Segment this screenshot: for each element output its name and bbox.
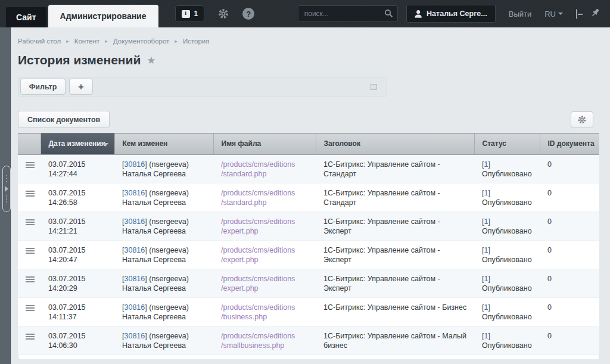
cell-filename: /products/cms/editions /standard.php <box>213 155 316 183</box>
user-menu-button[interactable]: Наталья Серге... <box>406 5 496 23</box>
notification-count: 1 <box>194 10 198 18</box>
chevron-down-icon <box>558 13 563 15</box>
panel-icon <box>576 9 577 19</box>
breadcrumb-item-workflow[interactable]: Документооборот <box>113 38 169 45</box>
file-path-link[interactable]: /smallbusiness.php <box>221 341 311 350</box>
help-icon: ? <box>242 8 254 20</box>
cell-date: 03.07.201514:26:58 <box>41 183 114 212</box>
expand-arrow-icon <box>5 186 8 192</box>
pin-button[interactable] <box>590 8 600 20</box>
cell-doc-id: 0 <box>540 269 599 298</box>
user-id-link[interactable]: 30816 <box>124 275 145 283</box>
row-menu-icon[interactable] <box>26 305 35 312</box>
notifications-button[interactable]: 1 <box>175 5 205 22</box>
cell-status: [1] Опубликовано <box>474 326 540 355</box>
cell-title: 1С-Битрикс: Управление сайтом - Эксперт <box>316 269 474 298</box>
language-selector[interactable]: RU <box>544 10 563 18</box>
user-id-link[interactable]: 30816 <box>124 332 145 340</box>
cell-date: 03.07.201514:11:37 <box>41 298 114 326</box>
breadcrumb-item-desktop[interactable]: Рабочий стол <box>18 38 61 45</box>
file-path-link[interactable]: /standard.php <box>221 198 311 207</box>
user-id-link[interactable]: 30816 <box>124 246 145 254</box>
tab-site-label: Сайт <box>16 13 36 22</box>
cell-modified-by: [30816] (nsergeeva) Наталья Сергеева <box>114 326 213 355</box>
cell-date: 03.07.201514:20:29 <box>41 269 114 298</box>
top-bar: Сайт Администрирование 1 ? Наталья Серге… <box>0 0 610 27</box>
row-menu-icon[interactable] <box>26 162 35 169</box>
search-box <box>298 5 398 22</box>
column-header-date[interactable]: Дата изменения <box>41 133 114 155</box>
tab-admin-label: Администрирование <box>60 11 147 21</box>
column-header-doc-id[interactable]: ID документа <box>540 133 599 155</box>
cell-title: 1С-Битрикс: Управление сайтом - Стандарт <box>316 155 474 183</box>
file-path-link[interactable]: /expert.php <box>221 255 311 265</box>
search-input[interactable] <box>298 5 398 22</box>
file-path-link[interactable]: /products/cms/editions <box>221 331 311 341</box>
cell-doc-id: 0 <box>540 326 599 355</box>
gear-icon <box>217 8 229 20</box>
cell-filename: /products/cms/editions /business.php <box>213 298 316 326</box>
filter-collapse-icon[interactable] <box>371 84 377 90</box>
file-path-link[interactable]: /products/cms/editions <box>221 188 311 198</box>
language-label: RU <box>544 10 556 18</box>
file-path-link[interactable]: /expert.php <box>221 226 311 236</box>
filter-panel: Фильтр + <box>18 77 387 97</box>
column-header-title[interactable]: Заголовок <box>316 133 474 155</box>
sidebar-expand-handle[interactable] <box>2 166 11 212</box>
table-row: 03.07.201514:21:21 [30816] (nsergeeva) Н… <box>18 212 599 241</box>
file-path-link[interactable]: /products/cms/editions <box>221 274 311 284</box>
cell-status: [1] Опубликовано <box>474 269 540 298</box>
view-tab-document-list[interactable]: Список документов <box>18 111 110 128</box>
cell-filename: /products/cms/editions /expert.php <box>213 241 316 269</box>
row-menu-icon[interactable] <box>26 248 35 255</box>
help-button[interactable]: ? <box>242 8 254 20</box>
table-row: 03.07.201514:20:47 [30816] (nsergeeva) Н… <box>18 241 599 269</box>
column-header-filename[interactable]: Имя файла <box>213 133 316 155</box>
file-path-link[interactable]: /products/cms/editions <box>221 217 311 226</box>
user-id-link[interactable]: 30816 <box>124 217 145 226</box>
cell-modified-by: [30816] (nsergeeva) Наталья Сергеева <box>114 212 213 241</box>
main-content: Рабочий стол ▸ Контент ▸ Документооборот… <box>11 27 610 359</box>
filter-button[interactable]: Фильтр <box>20 79 66 95</box>
user-id-link[interactable]: 30816 <box>124 160 145 169</box>
favorite-star-icon[interactable]: ★ <box>147 54 155 67</box>
page-title: История изменений <box>18 53 141 67</box>
cell-modified-by: [30816] (nsergeeva) Наталья Сергеева <box>114 183 213 212</box>
settings-gear-button[interactable] <box>217 8 229 20</box>
file-path-link[interactable]: /standard.php <box>221 169 311 179</box>
grid-settings-button[interactable] <box>571 111 593 128</box>
add-filter-button[interactable]: + <box>69 79 93 95</box>
breadcrumb-item-history[interactable]: История <box>183 38 210 45</box>
file-path-link[interactable]: /expert.php <box>221 284 311 293</box>
cell-title: 1С-Битрикс: Управление сайтом - Стандарт <box>316 183 474 212</box>
user-icon <box>415 10 422 18</box>
column-header-modified-by[interactable]: Кем изменен <box>114 133 213 155</box>
file-path-link[interactable]: /business.php <box>221 312 311 322</box>
cell-filename: /products/cms/editions /expert.php <box>213 269 316 298</box>
user-id-link[interactable]: 30816 <box>124 189 145 197</box>
tab-site[interactable]: Сайт <box>6 7 46 27</box>
collapsed-sidebar-rail <box>0 27 11 364</box>
cell-status: [1] Опубликовано <box>474 183 540 212</box>
breadcrumb-item-content[interactable]: Контент <box>74 38 100 45</box>
grid-toolbar: Список документов <box>18 111 599 128</box>
panel-settings-button[interactable] <box>576 10 577 18</box>
logout-link[interactable]: Выйти <box>509 10 532 18</box>
file-path-link[interactable]: /products/cms/editions <box>221 245 311 255</box>
column-header-status[interactable]: Статус <box>474 133 540 155</box>
cell-filename: /products/cms/editions /expert.php <box>213 212 316 241</box>
cell-title: 1С-Битрикс: Управление сайтом - Малый би… <box>316 326 474 355</box>
user-id-link[interactable]: 30816 <box>124 303 145 312</box>
row-menu-icon[interactable] <box>26 276 35 284</box>
cell-status: [1] Опубликовано <box>474 241 540 269</box>
cell-doc-id: 0 <box>540 155 599 183</box>
row-menu-icon[interactable] <box>26 334 35 341</box>
row-menu-icon[interactable] <box>26 191 35 198</box>
tab-admin[interactable]: Администрирование <box>48 5 158 27</box>
file-path-link[interactable]: /products/cms/editions <box>221 303 311 312</box>
file-path-link[interactable]: /products/cms/editions <box>221 160 311 169</box>
cell-title: 1С-Битрикс: Управление сайтом - Эксперт <box>316 212 474 241</box>
row-menu-icon[interactable] <box>26 219 35 226</box>
pin-icon <box>590 8 600 18</box>
cell-date: 03.07.201514:20:47 <box>41 241 114 269</box>
